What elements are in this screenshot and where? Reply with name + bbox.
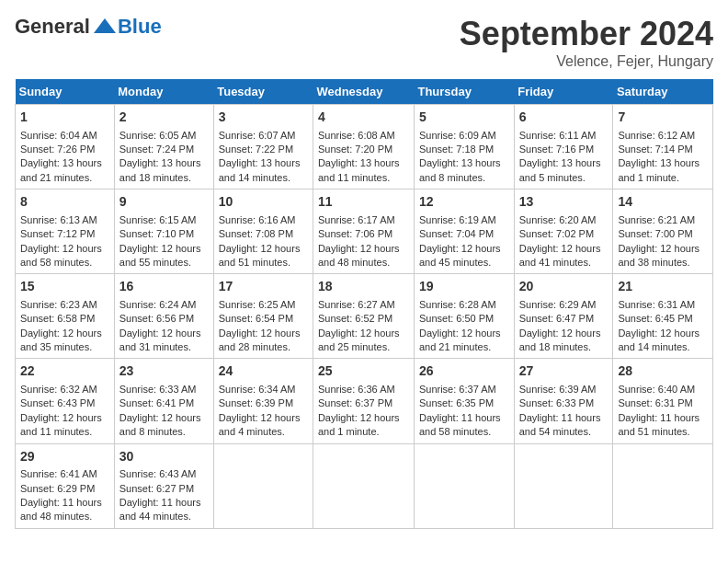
cell-2-5: 12Sunrise: 6:19 AMSunset: 7:04 PMDayligh…: [414, 190, 514, 274]
logo: General Blue: [15, 15, 162, 39]
cell-4-5: 26Sunrise: 6:37 AMSunset: 6:35 PMDayligh…: [414, 359, 514, 443]
cell-1-4: 4Sunrise: 6:08 AMSunset: 7:20 PMDaylight…: [313, 105, 414, 190]
title-block: September 2024 Velence, Fejer, Hungary: [460, 15, 713, 70]
day-number: 26: [419, 362, 509, 381]
header-tuesday: Tuesday: [213, 79, 313, 105]
cell-3-4: 18Sunrise: 6:27 AMSunset: 6:52 PMDayligh…: [313, 274, 414, 359]
day-number: 21: [618, 278, 708, 296]
cell-2-3: 10Sunrise: 6:16 AMSunset: 7:08 PMDayligh…: [213, 190, 313, 274]
cell-1-6: 6Sunrise: 6:11 AMSunset: 7:16 PMDaylight…: [514, 105, 613, 190]
day-number: 16: [119, 278, 209, 296]
logo-general: General: [15, 15, 90, 39]
day-number: 2: [119, 109, 209, 127]
cell-2-6: 13Sunrise: 6:20 AMSunset: 7:02 PMDayligh…: [514, 190, 613, 274]
cell-4-2: 23Sunrise: 6:33 AMSunset: 6:41 PMDayligh…: [114, 359, 213, 443]
cell-1-7: 7Sunrise: 6:12 AMSunset: 7:14 PMDaylight…: [613, 105, 713, 190]
cell-5-1: 29Sunrise: 6:41 AMSunset: 6:29 PMDayligh…: [16, 443, 115, 528]
day-number: 14: [618, 193, 708, 212]
day-number: 29: [20, 448, 109, 466]
day-number: 1: [20, 109, 109, 127]
day-number: 18: [318, 278, 409, 296]
cell-3-7: 21Sunrise: 6:31 AMSunset: 6:45 PMDayligh…: [613, 274, 713, 359]
cell-2-2: 9Sunrise: 6:15 AMSunset: 7:10 PMDaylight…: [114, 190, 213, 274]
cell-2-7: 14Sunrise: 6:21 AMSunset: 7:00 PMDayligh…: [613, 190, 713, 274]
cell-5-7: [613, 443, 713, 528]
day-number: 13: [519, 193, 609, 212]
cell-1-5: 5Sunrise: 6:09 AMSunset: 7:18 PMDaylight…: [414, 105, 514, 190]
page-header: General Blue September 2024 Velence, Fej…: [15, 15, 713, 70]
cell-2-1: 8Sunrise: 6:13 AMSunset: 7:12 PMDaylight…: [16, 190, 115, 274]
day-number: 23: [119, 362, 209, 381]
week-row-4: 22Sunrise: 6:32 AMSunset: 6:43 PMDayligh…: [16, 359, 713, 443]
week-row-3: 15Sunrise: 6:23 AMSunset: 6:58 PMDayligh…: [16, 274, 713, 359]
cell-5-6: [514, 443, 613, 528]
svg-rect-1: [99, 26, 110, 33]
day-number: 12: [419, 193, 509, 212]
header-friday: Friday: [514, 79, 613, 105]
cell-3-5: 19Sunrise: 6:28 AMSunset: 6:50 PMDayligh…: [414, 274, 514, 359]
header-wednesday: Wednesday: [313, 79, 414, 105]
week-row-2: 8Sunrise: 6:13 AMSunset: 7:12 PMDaylight…: [16, 190, 713, 274]
cell-1-3: 3Sunrise: 6:07 AMSunset: 7:22 PMDaylight…: [213, 105, 313, 190]
header-saturday: Saturday: [613, 79, 713, 105]
cell-4-3: 24Sunrise: 6:34 AMSunset: 6:39 PMDayligh…: [213, 359, 313, 443]
cell-3-2: 16Sunrise: 6:24 AMSunset: 6:56 PMDayligh…: [114, 274, 213, 359]
cell-4-1: 22Sunrise: 6:32 AMSunset: 6:43 PMDayligh…: [16, 359, 115, 443]
day-number: 15: [20, 278, 109, 296]
cell-5-4: [313, 443, 414, 528]
cell-3-6: 20Sunrise: 6:29 AMSunset: 6:47 PMDayligh…: [514, 274, 613, 359]
day-number: 22: [20, 362, 109, 381]
header-monday: Monday: [114, 79, 213, 105]
cell-4-4: 25Sunrise: 6:36 AMSunset: 6:37 PMDayligh…: [313, 359, 414, 443]
day-number: 20: [519, 278, 609, 296]
cell-3-1: 15Sunrise: 6:23 AMSunset: 6:58 PMDayligh…: [16, 274, 115, 359]
day-number: 24: [219, 362, 308, 381]
day-number: 5: [419, 109, 509, 127]
day-number: 6: [519, 109, 609, 127]
day-number: 4: [318, 109, 409, 127]
cell-2-4: 11Sunrise: 6:17 AMSunset: 7:06 PMDayligh…: [313, 190, 414, 274]
cell-1-1: 1Sunrise: 6:04 AMSunset: 7:26 PMDaylight…: [16, 105, 115, 190]
logo-blue: Blue: [118, 15, 162, 39]
days-header-row: SundayMondayTuesdayWednesdayThursdayFrid…: [16, 79, 713, 105]
day-number: 19: [419, 278, 509, 296]
cell-5-5: [414, 443, 514, 528]
day-number: 3: [219, 109, 308, 127]
cell-5-3: [213, 443, 313, 528]
cell-1-2: 2Sunrise: 6:05 AMSunset: 7:24 PMDaylight…: [114, 105, 213, 190]
day-number: 8: [20, 193, 109, 212]
day-number: 17: [219, 278, 308, 296]
cell-5-2: 30Sunrise: 6:43 AMSunset: 6:27 PMDayligh…: [114, 443, 213, 528]
calendar-table: SundayMondayTuesdayWednesdayThursdayFrid…: [15, 79, 713, 529]
header-thursday: Thursday: [414, 79, 514, 105]
location-subtitle: Velence, Fejer, Hungary: [460, 53, 713, 70]
day-number: 11: [318, 193, 409, 212]
header-sunday: Sunday: [16, 79, 115, 105]
cell-4-6: 27Sunrise: 6:39 AMSunset: 6:33 PMDayligh…: [514, 359, 613, 443]
week-row-5: 29Sunrise: 6:41 AMSunset: 6:29 PMDayligh…: [16, 443, 713, 528]
day-number: 7: [618, 109, 708, 127]
cell-3-3: 17Sunrise: 6:25 AMSunset: 6:54 PMDayligh…: [213, 274, 313, 359]
day-number: 9: [119, 193, 209, 212]
day-number: 28: [618, 362, 708, 381]
day-number: 30: [119, 448, 209, 466]
day-number: 25: [318, 362, 409, 381]
day-number: 27: [519, 362, 609, 381]
logo-icon: [92, 17, 118, 37]
week-row-1: 1Sunrise: 6:04 AMSunset: 7:26 PMDaylight…: [16, 105, 713, 190]
cell-4-7: 28Sunrise: 6:40 AMSunset: 6:31 PMDayligh…: [613, 359, 713, 443]
day-number: 10: [219, 193, 308, 212]
month-title: September 2024: [460, 15, 713, 53]
